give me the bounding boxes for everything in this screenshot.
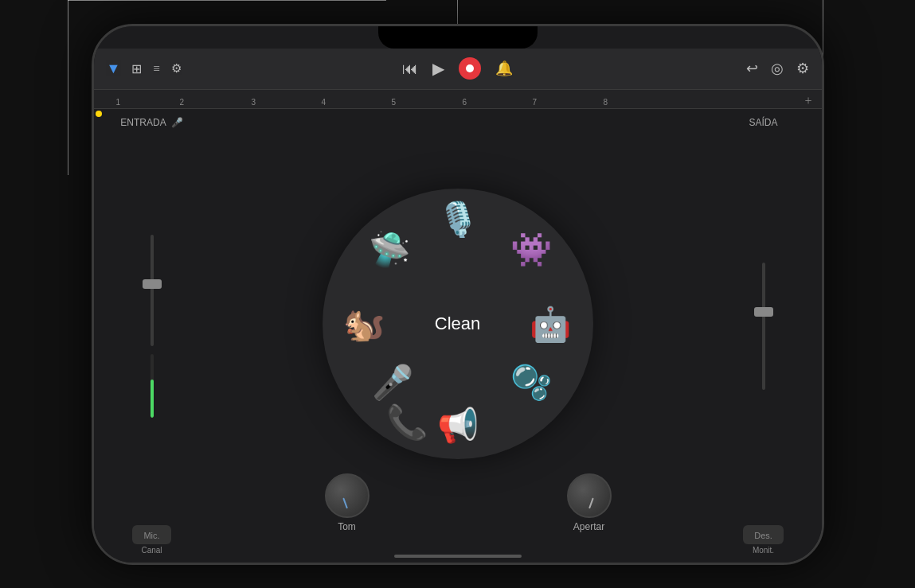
- fader-thumb-saida[interactable]: [754, 307, 773, 317]
- settings-gear-icon[interactable]: ⚙: [796, 60, 809, 77]
- voice-squirrel-icon[interactable]: 🐿️: [343, 304, 385, 343]
- ruler-mark-7: 7: [533, 98, 538, 107]
- voice-monster-icon[interactable]: 👾: [510, 230, 552, 269]
- toolbar: ▼ ⊞ ≡ ⚙ ⏮ ▶: [94, 49, 822, 90]
- saida-fader: [762, 134, 765, 519]
- apertar-knob-container: Apertar: [567, 473, 612, 532]
- fader-track-saida[interactable]: [762, 263, 765, 390]
- ruler: 1 2 3 4 5 6 7 8 +: [94, 90, 822, 109]
- voice-microphone-icon[interactable]: 🎙️: [437, 200, 479, 239]
- panel-entrada: ENTRADA 🎤: [100, 117, 204, 555]
- fader-track-entrada[interactable]: [151, 235, 154, 346]
- mic-small-icon: 🎤: [171, 117, 183, 128]
- entrada-fader-container: [151, 134, 154, 519]
- level-meter-entrada: [151, 354, 154, 418]
- fader-thumb-entrada[interactable]: [143, 279, 162, 289]
- add-track-icon[interactable]: +: [804, 94, 811, 108]
- annotation-line-top-left: [68, 0, 386, 1]
- record-dot: [466, 64, 474, 72]
- voice-circle-wrapper: Clean 🎙️ 🛸 👾 🐿️ 🤖: [323, 189, 593, 459]
- voice-mic2-icon[interactable]: 🎤: [372, 363, 413, 402]
- toolbar-center: ⏮ ▶ 🔔: [341, 57, 575, 80]
- tom-label: Tom: [338, 521, 356, 532]
- record-button[interactable]: [459, 57, 481, 80]
- toolbar-left: ▼ ⊞ ≡ ⚙: [107, 60, 341, 77]
- voice-robot-icon[interactable]: 🤖: [530, 304, 571, 343]
- toolbar-right: ↩ ◎ ⚙: [575, 60, 809, 77]
- apertar-knob[interactable]: [567, 473, 612, 518]
- screen: ▼ ⊞ ≡ ⚙ ⏮ ▶: [94, 26, 822, 563]
- notch: [378, 26, 538, 49]
- voice-megaphone-icon[interactable]: 📢: [437, 406, 479, 445]
- phone-frame: ▼ ⊞ ≡ ⚙ ⏮ ▶: [92, 24, 824, 565]
- ruler-mark-1: 1: [116, 98, 121, 107]
- ruler-mark-4: 4: [322, 98, 327, 107]
- mic-button[interactable]: Mic.: [132, 525, 170, 544]
- ruler-mark-5: 5: [392, 98, 397, 107]
- voice-bubble-icon[interactable]: 🫧: [510, 363, 552, 402]
- entrada-label: ENTRADA 🎤: [120, 117, 182, 128]
- ruler-mark-2: 2: [180, 98, 185, 107]
- yellow-dot-indicator: [96, 111, 102, 117]
- voice-circle[interactable]: Clean 🎙️ 🛸 👾 🐿️ 🤖: [323, 189, 593, 459]
- voice-circle-center-label: Clean: [435, 313, 480, 334]
- saida-label-group: SAÍDA: [749, 117, 777, 128]
- metronome-icon[interactable]: 🔔: [495, 60, 513, 77]
- voice-telephone-icon[interactable]: 📞: [386, 403, 428, 442]
- tom-knob-tick: [342, 497, 348, 508]
- level-fill-entrada: [151, 380, 154, 418]
- side-button-right: [822, 185, 824, 249]
- list-view-icon[interactable]: ≡: [153, 62, 159, 76]
- phone-wrapper: ▼ ⊞ ≡ ⚙ ⏮ ▶: [0, 0, 915, 588]
- brightness-icon[interactable]: ◎: [771, 60, 784, 77]
- apertar-knob-tick: [588, 497, 594, 508]
- monit-label: Monit.: [753, 546, 774, 555]
- play-icon[interactable]: ▶: [432, 59, 444, 78]
- ruler-content: 1 2 3 4 5 6 7 8 +: [100, 90, 815, 108]
- main-content: ENTRADA 🎤: [94, 109, 822, 563]
- dropdown-arrow-icon[interactable]: ▼: [107, 60, 121, 77]
- apertar-label: Apertar: [573, 521, 604, 532]
- ruler-mark-8: 8: [604, 98, 608, 107]
- bottom-controls: Tom Apertar: [317, 473, 620, 532]
- grid-view-icon[interactable]: ⊞: [131, 61, 142, 76]
- fader-group: [151, 235, 154, 418]
- des-button[interactable]: Des.: [743, 525, 784, 544]
- ruler-mark-3: 3: [252, 98, 256, 107]
- sliders-icon[interactable]: ⚙: [171, 61, 180, 76]
- center-area: Clean 🎙️ 🛸 👾 🐿️ 🤖: [205, 109, 710, 539]
- tom-knob-container: Tom: [325, 473, 370, 532]
- saida-bottom: Des. Monit.: [743, 525, 784, 555]
- rewind-icon[interactable]: ⏮: [402, 60, 418, 78]
- des-label: Des.: [754, 531, 772, 540]
- mic-label: Mic.: [143, 531, 159, 540]
- ruler-mark-6: 6: [463, 98, 467, 107]
- annotation-line-left: [68, 0, 68, 175]
- scroll-indicator[interactable]: [394, 555, 522, 558]
- mic-canal-group: Mic. Canal: [132, 525, 170, 555]
- saida-text: SAÍDA: [749, 117, 777, 128]
- entrada-text: ENTRADA: [120, 117, 166, 128]
- panel-saida: SAÍDA Des. Monit.: [712, 117, 815, 555]
- tom-knob[interactable]: [325, 473, 370, 518]
- undo-icon[interactable]: ↩: [746, 60, 758, 77]
- voice-ufo-icon[interactable]: 🛸: [369, 230, 410, 269]
- canal-label: Canal: [141, 546, 162, 555]
